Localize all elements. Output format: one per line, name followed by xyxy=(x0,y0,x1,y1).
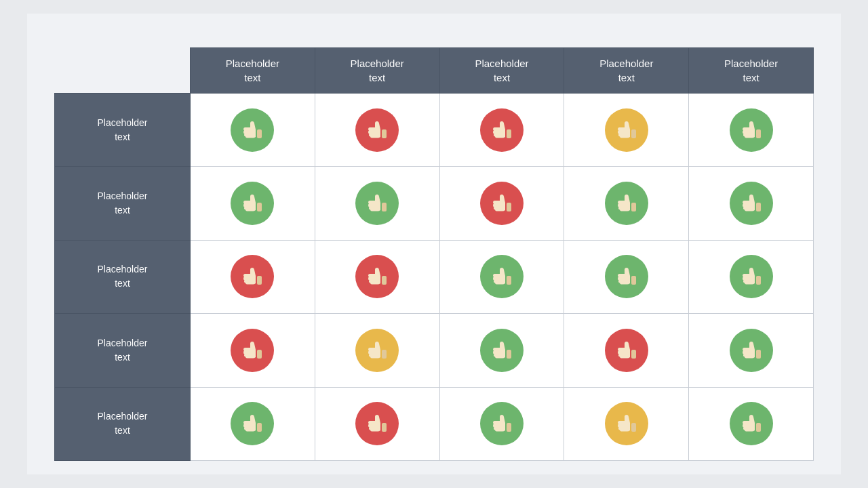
empty-header-cell xyxy=(55,48,191,94)
svg-rect-24 xyxy=(756,423,761,432)
row-header-2: Placeholdertext xyxy=(55,240,191,313)
cell-3-0 xyxy=(191,314,315,387)
cell-2-3 xyxy=(564,240,689,313)
table-row: Placeholdertext xyxy=(55,240,814,313)
icon-circle-green xyxy=(231,182,274,225)
cell-0-1 xyxy=(315,94,439,167)
cell-1-1 xyxy=(315,167,439,240)
svg-rect-16 xyxy=(382,350,387,359)
cell-4-4 xyxy=(689,387,814,460)
svg-rect-0 xyxy=(257,129,262,138)
cell-0-0 xyxy=(191,94,315,167)
svg-rect-3 xyxy=(631,129,636,138)
svg-rect-12 xyxy=(507,276,511,285)
icon-circle-red xyxy=(355,402,399,445)
cell-1-2 xyxy=(439,167,564,240)
row-header-1: Placeholdertext xyxy=(55,167,191,240)
slide: PlaceholdertextPlaceholdertextPlaceholde… xyxy=(27,14,841,474)
icon-circle-green xyxy=(605,182,648,225)
icon-circle-green xyxy=(730,329,773,372)
cell-4-2 xyxy=(439,387,564,460)
cell-3-2 xyxy=(439,314,564,387)
icon-circle-green xyxy=(605,255,648,298)
table-row: Placeholdertext xyxy=(55,167,814,240)
icon-circle-red xyxy=(605,329,648,372)
icon-circle-red xyxy=(480,182,524,225)
cell-1-4 xyxy=(689,167,814,240)
icon-circle-red xyxy=(231,329,274,372)
svg-rect-14 xyxy=(756,276,761,285)
cell-0-4 xyxy=(689,94,814,167)
svg-rect-20 xyxy=(257,423,262,432)
svg-rect-6 xyxy=(382,203,387,211)
cell-3-3 xyxy=(564,314,689,387)
svg-rect-15 xyxy=(257,350,262,359)
matrix-table: PlaceholdertextPlaceholdertextPlaceholde… xyxy=(54,47,814,461)
icon-circle-green xyxy=(730,255,773,298)
svg-rect-22 xyxy=(507,423,511,432)
cell-3-4 xyxy=(689,314,814,387)
icon-circle-green xyxy=(730,108,773,152)
cell-2-2 xyxy=(439,240,564,313)
row-header-4: Placeholdertext xyxy=(55,387,191,460)
icon-circle-green xyxy=(730,402,773,445)
icon-circle-red xyxy=(480,108,524,152)
svg-rect-13 xyxy=(631,276,636,285)
cell-0-2 xyxy=(439,94,564,167)
icon-circle-yellow xyxy=(605,108,648,152)
col-header-0: Placeholdertext xyxy=(191,48,315,94)
header-row: PlaceholdertextPlaceholdertextPlaceholde… xyxy=(55,48,814,94)
svg-rect-11 xyxy=(382,276,387,285)
col-header-2: Placeholdertext xyxy=(439,48,564,94)
icon-circle-green xyxy=(231,108,274,152)
svg-rect-19 xyxy=(756,350,761,359)
cell-4-1 xyxy=(315,387,439,460)
icon-circle-green xyxy=(480,329,524,372)
svg-rect-7 xyxy=(507,203,511,211)
cell-4-3 xyxy=(564,387,689,460)
table-row: Placeholdertext xyxy=(55,314,814,387)
cell-1-0 xyxy=(191,167,315,240)
cell-3-1 xyxy=(315,314,439,387)
row-header-0: Placeholdertext xyxy=(55,94,191,167)
svg-rect-10 xyxy=(257,276,262,285)
cell-1-3 xyxy=(564,167,689,240)
table-row: Placeholdertext xyxy=(55,94,814,167)
svg-rect-9 xyxy=(756,203,761,211)
svg-rect-21 xyxy=(382,423,387,432)
icon-circle-green xyxy=(730,182,773,225)
svg-rect-1 xyxy=(382,129,387,138)
col-header-1: Placeholdertext xyxy=(315,48,439,94)
icon-circle-yellow xyxy=(605,402,648,445)
table-row: Placeholdertext xyxy=(55,387,814,460)
svg-rect-2 xyxy=(507,129,511,138)
icon-circle-red xyxy=(355,108,399,152)
cell-2-1 xyxy=(315,240,439,313)
icon-circle-green xyxy=(480,255,524,298)
icon-circle-yellow xyxy=(355,329,399,372)
cell-2-0 xyxy=(191,240,315,313)
svg-rect-17 xyxy=(507,350,511,359)
col-header-4: Placeholdertext xyxy=(689,48,814,94)
row-header-3: Placeholdertext xyxy=(55,314,191,387)
svg-rect-8 xyxy=(631,203,636,211)
svg-rect-4 xyxy=(756,129,761,138)
matrix-container: PlaceholdertextPlaceholdertextPlaceholde… xyxy=(54,47,814,461)
icon-circle-green xyxy=(355,182,399,225)
icon-circle-green xyxy=(480,402,524,445)
col-header-3: Placeholdertext xyxy=(564,48,689,94)
icon-circle-green xyxy=(231,402,274,445)
svg-rect-5 xyxy=(257,203,262,211)
svg-rect-23 xyxy=(631,423,636,432)
cell-2-4 xyxy=(689,240,814,313)
icon-circle-red xyxy=(231,255,274,298)
icon-circle-red xyxy=(355,255,399,298)
cell-0-3 xyxy=(564,94,689,167)
svg-rect-18 xyxy=(631,350,636,359)
cell-4-0 xyxy=(191,387,315,460)
